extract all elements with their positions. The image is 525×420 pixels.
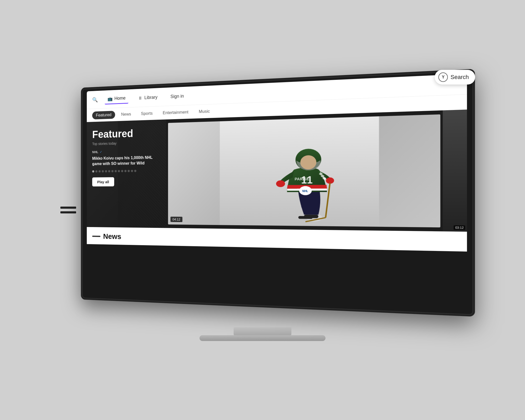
dot-indicator[interactable]: [134, 170, 136, 172]
library-icon: ⫼: [138, 95, 143, 101]
svg-text:NHL: NHL: [302, 190, 308, 193]
search-icon[interactable]: 🔍: [92, 97, 98, 103]
video-placeholder: 11 PARISE: [168, 114, 440, 228]
dot-indicator[interactable]: [111, 170, 113, 172]
dot-indicator[interactable]: [118, 170, 120, 172]
home-icon: 📺: [108, 96, 113, 101]
tab-entertainment[interactable]: Entertainment: [159, 108, 192, 117]
nav-home-label: Home: [114, 96, 125, 101]
svg-rect-4: [298, 216, 312, 219]
nav-library[interactable]: ⫼ Library: [135, 92, 160, 103]
nav-signin-label: Sign in: [170, 93, 184, 99]
dot-indicator[interactable]: [99, 170, 101, 172]
search-external-button[interactable]: Y Search: [435, 70, 475, 85]
svg-point-7: [276, 180, 285, 187]
tab-news-label: News: [121, 112, 131, 117]
news-source: NHL ✓: [92, 149, 160, 154]
right-thumb-content: 03:12: [443, 109, 467, 232]
hockey-player-svg: 11 PARISE: [168, 114, 440, 228]
featured-left-panel: Featured Top stories today NHL ✓ Mikko K…: [87, 119, 166, 228]
nav-library-label: Library: [144, 94, 158, 100]
right-thumb-duration: 03:12: [454, 225, 465, 230]
dot-indicator[interactable]: [124, 170, 127, 172]
tab-featured[interactable]: Featured: [92, 111, 115, 119]
featured-title: Featured: [92, 127, 160, 141]
news-section-header: News: [92, 232, 460, 247]
play-all-button[interactable]: Play all: [92, 177, 114, 186]
dot-indicator[interactable]: [92, 170, 94, 172]
nav-home[interactable]: 📺 Home: [105, 93, 128, 104]
tab-featured-label: Featured: [96, 112, 111, 118]
news-bar: [92, 235, 100, 237]
featured-right-thumb[interactable]: 03:12: [443, 109, 467, 232]
video-duration: 04:12: [170, 217, 182, 222]
nav-signin[interactable]: Sign in: [167, 91, 187, 101]
tv-body: 🔍 📺 Home ⫼ Library Sign in: [81, 69, 475, 317]
news-section-title: News: [103, 232, 121, 241]
dots-row: [92, 169, 160, 172]
featured-section: Featured Top stories today NHL ✓ Mikko K…: [87, 109, 467, 232]
featured-video[interactable]: 11 PARISE: [168, 114, 440, 228]
search-external-label: Search: [450, 74, 469, 81]
tab-music[interactable]: Music: [195, 107, 214, 116]
stand-base: [200, 335, 326, 341]
dot-indicator[interactable]: [105, 170, 107, 172]
tab-music-label: Music: [199, 109, 210, 114]
news-headline: Mikko Koivu caps his 1,000th NHL game wi…: [92, 155, 160, 167]
news-source-name: NHL: [92, 150, 98, 154]
tv-stand: [200, 327, 326, 341]
tv-screen: 🔍 📺 Home ⫼ Library Sign in: [87, 74, 467, 312]
dot-indicator[interactable]: [95, 170, 97, 172]
main-content: Featured Top stories today NHL ✓ Mikko K…: [87, 109, 467, 251]
featured-subtitle: Top stories today: [92, 140, 160, 146]
verified-icon: ✓: [100, 150, 102, 154]
stand-neck: [234, 327, 291, 335]
tv: Y Search 🔍 📺 Home ⫼ Libra: [66, 79, 459, 328]
dot-indicator[interactable]: [128, 170, 130, 172]
tab-entertainment-label: Entertainment: [163, 109, 188, 115]
dot-indicator[interactable]: [102, 170, 104, 172]
yahoo-symbol: Y: [442, 75, 445, 80]
svg-text:PARISE: PARISE: [295, 177, 309, 181]
featured-content: Featured Top stories today NHL ✓ Mikko K…: [92, 127, 160, 186]
scene: Y Search 🔍 📺 Home ⫼ Libra: [26, 26, 499, 394]
dot-indicator[interactable]: [131, 170, 133, 172]
tab-sports-label: Sports: [141, 111, 153, 116]
dot-indicator[interactable]: [108, 170, 110, 172]
dot-indicator[interactable]: [115, 170, 117, 172]
tab-sports[interactable]: Sports: [137, 109, 156, 118]
yahoo-icon: Y: [438, 72, 448, 82]
dot-indicator[interactable]: [121, 170, 123, 172]
tab-news[interactable]: News: [117, 110, 135, 119]
